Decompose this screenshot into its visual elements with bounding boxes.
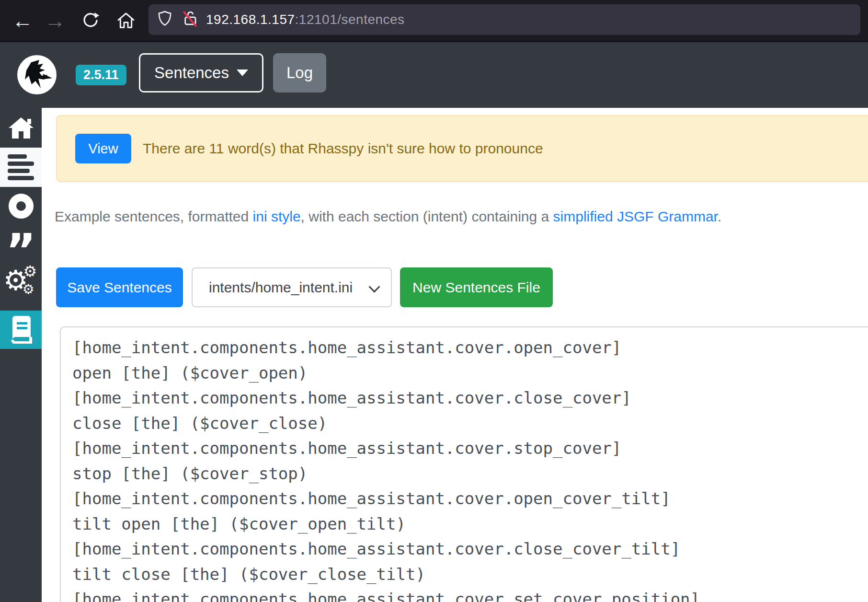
chevron-down-icon [368, 281, 380, 292]
app-header: 2.5.11 Sentences Log [0, 42, 868, 108]
sentences-editor[interactable]: [home_intent.components.home_assistant.c… [72, 335, 868, 602]
new-sentences-file-button[interactable]: New Sentences File [400, 267, 553, 307]
sidebar-item-home[interactable] [0, 108, 42, 148]
align-left-icon [8, 154, 34, 180]
sidebar-item-settings[interactable]: ⚙ ⚙ ⚙ [0, 264, 42, 302]
main-content: View There are 11 word(s) that Rhasspy i… [42, 108, 868, 602]
view-button[interactable]: View [75, 134, 131, 163]
book-icon [9, 316, 34, 344]
intro-text-3: . [718, 208, 721, 224]
save-sentences-button[interactable]: Save Sentences [56, 267, 183, 307]
pronounce-warning-alert: View There are 11 word(s) that Rhasspy i… [56, 115, 868, 182]
caret-down-icon [237, 69, 248, 76]
shield-icon[interactable] [156, 10, 173, 29]
url-text[interactable]: 192.168.1.157:12101/sentences [206, 4, 405, 35]
version-badge: 2.5.11 [76, 65, 126, 85]
intro-text: Example sentences, formatted ini style, … [55, 208, 721, 225]
sidebar: ” ⚙ ⚙ ⚙ [0, 108, 42, 602]
sidebar-item-sentences[interactable] [0, 148, 42, 187]
reload-button[interactable] [79, 0, 103, 41]
sentences-file-select[interactable]: intents/home_intent.ini [192, 267, 392, 307]
rhasspy-app: ← → [0, 0, 868, 602]
back-button[interactable]: ← [11, 0, 34, 41]
home-icon [8, 116, 34, 140]
sentences-editor-container: [home_intent.components.home_assistant.c… [60, 326, 868, 602]
jsgf-grammar-link[interactable]: simplified JSGF Grammar [553, 208, 718, 224]
page-select-label: Sentences [154, 64, 229, 82]
alert-message: There are 11 word(s) that Rhasspy isn't … [143, 140, 543, 157]
insecure-lock-icon[interactable] [181, 10, 199, 30]
file-select-value: intents/home_intent.ini [209, 279, 353, 296]
url-path: :12101/sentences [295, 12, 405, 27]
sidebar-item-quotes[interactable]: ” [0, 225, 42, 264]
log-button[interactable]: Log [273, 53, 326, 93]
record-icon [9, 194, 34, 219]
url-bar[interactable]: 192.168.1.157:12101/sentences [148, 4, 860, 35]
intro-text-1: Example sentences, formatted [55, 208, 253, 224]
gears-icon: ⚙ ⚙ ⚙ [5, 267, 37, 299]
ini-style-link[interactable]: ini style [253, 208, 301, 224]
page-select-dropdown[interactable]: Sentences [139, 53, 263, 93]
intro-text-2: , with each section (intent) containing … [301, 208, 553, 224]
browser-toolbar: ← → [0, 0, 868, 42]
reload-icon [81, 12, 100, 30]
home-outline-icon [116, 11, 136, 30]
forward-button[interactable]: → [43, 0, 67, 41]
browser-home-button[interactable] [114, 0, 138, 41]
quotes-icon: ” [6, 237, 36, 265]
rhasspy-logo [17, 55, 57, 95]
url-host: 192.168.1.157 [206, 12, 295, 27]
sidebar-item-record[interactable] [0, 187, 42, 225]
sidebar-item-words[interactable] [0, 311, 42, 349]
